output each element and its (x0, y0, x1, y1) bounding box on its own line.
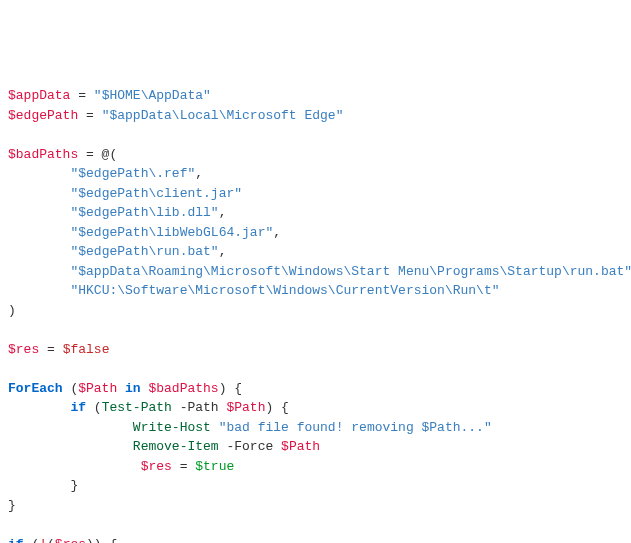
indent (8, 264, 70, 279)
variable: $badPaths (148, 381, 218, 396)
indent (8, 205, 70, 220)
punc: ( (86, 400, 102, 415)
indent (8, 439, 133, 454)
true-value: $true (195, 459, 234, 474)
string: "$edgePath\lib.dll" (70, 205, 218, 220)
keyword: if (8, 537, 24, 544)
indent (8, 186, 70, 201)
variable: $Path (281, 439, 320, 454)
punc: ) { (265, 400, 288, 415)
cmdlet: Remove-Item (133, 439, 219, 454)
indent (8, 420, 133, 435)
variable: $res (141, 459, 172, 474)
punc: )) { (86, 537, 117, 544)
indent (8, 166, 70, 181)
variable: $Path (78, 381, 117, 396)
string: "$edgePath\run.bat" (70, 244, 218, 259)
variable: $Path (226, 400, 265, 415)
string: "$appData\Roaming\Microsoft\Windows\Star… (70, 264, 631, 279)
operator: = (70, 88, 93, 103)
punc: ) { (219, 381, 242, 396)
operator: = (39, 342, 62, 357)
param: -Path (172, 400, 227, 415)
variable: $edgePath (8, 108, 78, 123)
comma: , (219, 205, 227, 220)
keyword: in (117, 381, 148, 396)
string: "bad file found! removing $Path..." (219, 420, 492, 435)
string: "$edgePath\.ref" (70, 166, 195, 181)
false-value: $false (63, 342, 110, 357)
string: "HKCU:\Software\Microsoft\Windows\Curren… (70, 283, 499, 298)
comma: , (195, 166, 203, 181)
punc: ( (63, 381, 79, 396)
string: "$HOME\AppData" (94, 88, 211, 103)
indent (8, 283, 70, 298)
variable: $res (55, 537, 86, 544)
operator: = (172, 459, 195, 474)
space (211, 420, 219, 435)
close-paren: ) (8, 303, 16, 318)
close-brace: } (8, 498, 16, 513)
indent (8, 244, 70, 259)
variable: $appData (8, 88, 70, 103)
punc: ( (47, 537, 55, 544)
code-block: $appData = "$HOME\AppData" $edgePath = "… (8, 86, 623, 543)
variable: $badPaths (8, 147, 78, 162)
operator: = @( (78, 147, 117, 162)
punc: ( (24, 537, 40, 544)
string: "$appData\Local\Microsoft Edge" (102, 108, 344, 123)
variable: $res (8, 342, 39, 357)
comma: , (273, 225, 281, 240)
comma: , (219, 244, 227, 259)
cmdlet: Write-Host (133, 420, 211, 435)
string: "$edgePath\client.jar" (70, 186, 242, 201)
param: -Force (219, 439, 281, 454)
keyword: if (70, 400, 86, 415)
cmdlet: Test-Path (102, 400, 172, 415)
operator: = (78, 108, 101, 123)
indent (8, 478, 70, 493)
indent (8, 225, 70, 240)
not-operator: ! (39, 537, 47, 544)
indent (8, 400, 70, 415)
string: "$edgePath\libWebGL64.jar" (70, 225, 273, 240)
indent (8, 459, 141, 474)
keyword: ForEach (8, 381, 63, 396)
close-brace: } (70, 478, 78, 493)
